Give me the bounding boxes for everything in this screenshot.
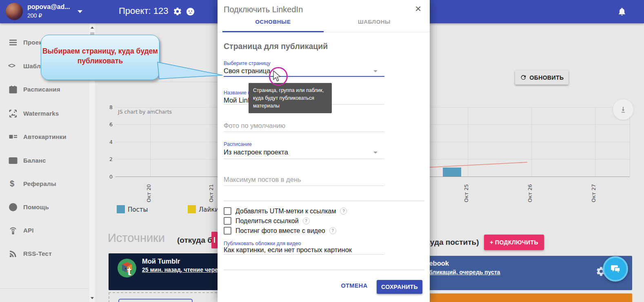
api-remote-icon xyxy=(8,226,18,235)
checkbox-row-utm: Добавлять UTM-метки к ссылкам ? xyxy=(224,207,347,215)
sidebar-divider xyxy=(0,289,89,289)
partial-button-outline[interactable] xyxy=(118,299,193,302)
refresh-icon xyxy=(520,74,527,81)
tab-main[interactable]: ОСНОВНЫЕ xyxy=(222,19,324,25)
sidebar-item-help[interactable]: Помощь xyxy=(0,202,89,215)
x-tick-label: Окт 21 xyxy=(208,179,215,202)
sidebar-item-rss-test[interactable]: RSS-Тест xyxy=(0,249,89,261)
share-link-checkbox-label[interactable]: Поделиться ссылкой xyxy=(235,217,299,225)
y-tick-label: 8 xyxy=(100,104,113,110)
legend-swatch-likes[interactable] xyxy=(188,205,196,213)
page-select-underline xyxy=(224,76,384,77)
sidebar-item-referrals[interactable]: $ Рефералы xyxy=(0,179,89,191)
cancel-button[interactable]: ОТМЕНА xyxy=(338,282,371,289)
sidebar-item-balance[interactable]: Баланс xyxy=(0,156,89,168)
user-name[interactable]: popova@ad... xyxy=(27,3,70,11)
calendar-icon xyxy=(8,85,18,94)
y-tick-label: 0 xyxy=(100,174,113,180)
chat-fab-button[interactable] xyxy=(603,256,628,282)
avatar[interactable] xyxy=(6,3,23,20)
help-icon[interactable]: ? xyxy=(340,208,347,215)
facebook-card-status[interactable]: публикаций, очередь пуста xyxy=(422,269,500,275)
checkbox-row-photo-video: Постинг фото вместе с видео ? xyxy=(224,227,336,235)
dropdown-caret-icon[interactable] xyxy=(373,70,378,72)
active-tab-underline xyxy=(222,31,324,32)
autoimage-icon xyxy=(8,132,18,142)
save-button[interactable]: СОХРАНИТЬ xyxy=(377,280,422,294)
field-tooltip: Страница, группа или паблик, куда будут … xyxy=(249,83,332,113)
help-circle-icon xyxy=(8,202,18,212)
scroll-up-button[interactable] xyxy=(89,23,95,31)
app-root: ОБНОВИТЬ 8 6 4 2 0 JS chart by amCharts xyxy=(0,0,644,302)
user-menu-caret-icon[interactable] xyxy=(78,10,82,13)
refresh-button[interactable]: ОБНОВИТЬ xyxy=(515,70,568,85)
photo-video-checkbox[interactable] xyxy=(224,227,231,235)
annotation-callout: Выбираем страницу, куда будем публиковат… xyxy=(41,35,160,80)
tab-templates[interactable]: ШАБЛОНЫ xyxy=(324,19,425,25)
menu-icon xyxy=(8,38,18,47)
amcharts-watermark[interactable]: JS chart by amCharts xyxy=(118,109,172,115)
tumblr-card-title: Мой Tumblr xyxy=(142,257,180,265)
legend-label-likes[interactable]: Лайки xyxy=(199,206,219,213)
target-card-orange[interactable] xyxy=(424,293,632,302)
dollar-icon: $ xyxy=(10,179,20,189)
utm-checkbox[interactable] xyxy=(224,207,231,215)
rss-icon xyxy=(8,249,18,259)
target-card-facebook[interactable]: Facebook публикаций, очередь пуста xyxy=(424,256,632,290)
connect-button[interactable]: + ПОДКЛЮЧИТЬ xyxy=(484,235,544,250)
face-icon[interactable] xyxy=(186,7,195,16)
legend-label-posts[interactable]: Посты xyxy=(128,206,148,213)
dropdown-caret-icon[interactable] xyxy=(373,152,378,154)
tumblr-t-glyph: t xyxy=(127,264,131,278)
chart-right-edge xyxy=(630,107,630,177)
sidebar-item-schedules[interactable]: Расписания xyxy=(0,85,89,97)
chat-icon xyxy=(610,264,621,274)
help-icon[interactable]: ? xyxy=(303,217,310,224)
chevron-down-icon xyxy=(91,297,94,299)
schedule-select-underline xyxy=(224,159,384,159)
page-select-label: Выберите страницу xyxy=(224,60,270,66)
photo-video-checkbox-label[interactable]: Постинг фото вместе с видео xyxy=(235,227,325,235)
chart-download-button[interactable] xyxy=(613,99,633,120)
help-icon[interactable]: ? xyxy=(329,227,336,234)
page-select-value[interactable]: Своя страница xyxy=(224,67,384,75)
chevron-up-icon xyxy=(91,27,94,29)
sidebar-item-watermarks[interactable]: Watermarks xyxy=(0,109,89,121)
legend-swatch-posts[interactable] xyxy=(117,205,125,213)
gridline xyxy=(213,107,213,177)
user-balance: 200 ₽ xyxy=(27,12,42,19)
photo-field-underline xyxy=(224,132,384,132)
covers-select-label: Публиковать обложки для видео xyxy=(224,241,301,246)
utm-checkbox-label[interactable]: Добавлять UTM-метки к ссылкам xyxy=(235,208,336,215)
annotation-text: Выбираем страницу, куда будем публиковат… xyxy=(41,47,159,66)
y-tick-label: 6 xyxy=(100,121,113,128)
tumblr-card-status[interactable]: 25 мин. назад, чтение через xyxy=(142,266,221,273)
covers-select-value[interactable]: Как картинки, если нет простых картинок xyxy=(224,246,384,254)
chart-trend-line xyxy=(424,160,531,169)
tumblr-logo-icon: t xyxy=(118,259,136,277)
x-tick-label: Окт 27 xyxy=(591,179,598,202)
sidebar-item-api[interactable]: API xyxy=(0,226,89,238)
project-settings-gear-icon[interactable] xyxy=(173,7,182,16)
y-tick-label: 2 xyxy=(100,156,113,162)
bell-icon[interactable] xyxy=(617,7,627,16)
schedule-select-value[interactable]: Из настроек проекта xyxy=(224,148,384,156)
sidebar-item-autoimages[interactable]: Автокартинки xyxy=(0,132,89,144)
form-divider xyxy=(224,201,424,201)
share-link-checkbox[interactable] xyxy=(224,217,231,225)
gridline xyxy=(595,107,595,177)
close-icon[interactable]: × xyxy=(415,2,421,15)
targets-subtitle: (куда постить) xyxy=(424,238,479,247)
connect-linkedin-dialog: Подключить LinkedIn × ОСНОВНЫЕ ШАБЛОНЫ С… xyxy=(218,0,430,302)
watermark-icon xyxy=(8,109,18,119)
annotation-callout-tail xyxy=(157,59,224,81)
cursor-icon xyxy=(273,70,282,83)
scroll-down-button[interactable] xyxy=(89,294,95,302)
download-icon xyxy=(619,105,627,114)
max-posts-placeholder[interactable]: Максимум постов в день xyxy=(224,176,384,183)
project-title: Проект: 123 xyxy=(119,6,168,16)
photo-field-placeholder[interactable]: Фото по умолчанию xyxy=(224,122,384,130)
section-title: Страница для публикаций xyxy=(224,42,328,51)
covers-select-underline xyxy=(224,254,384,255)
sources-connect-button-edge[interactable] xyxy=(211,232,218,248)
